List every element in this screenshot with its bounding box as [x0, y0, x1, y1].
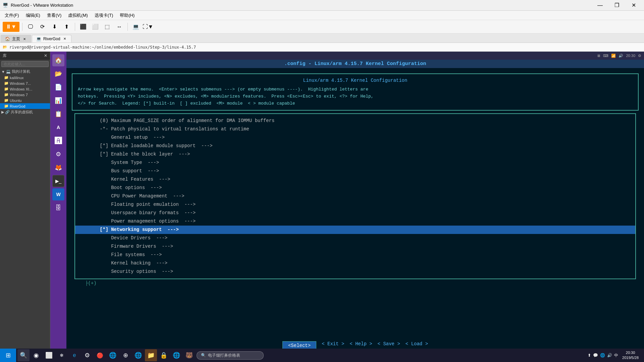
app-icon-firefox[interactable]: 🦊	[52, 162, 64, 174]
tab-home-close[interactable]: ✕	[22, 37, 27, 41]
app-icon-text[interactable]: A	[52, 121, 64, 133]
taskbar-search[interactable]: 🔍 电子烟打鼻价格表	[197, 351, 264, 360]
taskbar-icon-edge[interactable]: e	[68, 349, 80, 361]
toolbar-btn-2[interactable]: ⟳	[37, 22, 48, 32]
tab-rivergod-label: RiverGod	[43, 37, 60, 41]
tree-item-kaililinux[interactable]: 📁 kaililinux	[0, 75, 50, 80]
taskbar-icon-ie[interactable]: 🌐	[170, 349, 182, 361]
menu-item-18: Security options --->	[75, 267, 635, 276]
tree-label: Windows 7	[10, 93, 28, 97]
app-icon-calc[interactable]: 📊	[52, 95, 64, 107]
menu-help[interactable]: 帮助(H)	[116, 12, 138, 19]
tree-expand-icon: ▼	[1, 70, 5, 74]
tree-label: Windows 7...	[10, 81, 31, 85]
taskbar-icon-winamp[interactable]: ❄	[56, 349, 68, 361]
tree-item-shared[interactable]: ▶ 🔗 共享的虚拟机	[0, 109, 50, 115]
app-icon-doc[interactable]: 📄	[52, 81, 64, 93]
menu-file[interactable]: 文件(F)	[1, 12, 22, 19]
menu-item-15-firmware: Firmware Drivers --->	[75, 242, 635, 251]
app-icon-terminal[interactable]: ▶_	[52, 175, 64, 187]
tree-item-rivergod[interactable]: 📁 RiverGod	[0, 103, 50, 109]
menu-item-16: File systems --->	[75, 251, 635, 259]
taskbar-icon-lock[interactable]: 🔒	[158, 349, 170, 361]
toolbar-btn-10[interactable]: ⛶▼	[143, 22, 153, 32]
close-button[interactable]: ✕	[626, 0, 641, 11]
minimize-button[interactable]: —	[592, 0, 608, 11]
start-button[interactable]: ⊞	[0, 349, 16, 362]
vm-status-keyboard: ⌨	[603, 54, 608, 58]
toolbar-divider-3	[127, 23, 128, 31]
maximize-button[interactable]: ❐	[609, 0, 625, 11]
toolbar-btn-7[interactable]: ⬚	[102, 22, 113, 32]
toolbar-btn-4[interactable]: ⬆	[61, 22, 72, 32]
tab-rivergod-close[interactable]: ✕	[62, 37, 67, 41]
app-icon-amazon[interactable]: 🅰	[52, 135, 64, 147]
tree-folder-icon: 📁	[4, 87, 9, 91]
toolbar-btn-3[interactable]: ⬇	[49, 22, 60, 32]
menu-item-4: [*] Enable the block layer --->	[75, 150, 635, 159]
search-icon: 🔍	[201, 353, 206, 358]
menu-item-7: Kernel Features --->	[75, 175, 635, 184]
vm-area: 🖥 ⌨ 📶 🔊 20:30 ⚙ .config - Linux/arm 4.15…	[66, 52, 644, 354]
menu-tab[interactable]: 选项卡(T)	[91, 12, 117, 19]
taskbar: ⊞ 🔍 ◉ ⬜ ❄ e ⚙ 🔴 🌐 ⊕ 🌐 📁 🔒 🌐 🐻 🔍 电子烟打鼻价格表…	[0, 349, 644, 362]
tree-item-winxi[interactable]: 📁 Windows XI...	[0, 86, 50, 92]
tree-label: Windows XI...	[10, 87, 32, 91]
bottom-plus-indicator: ├(+)	[72, 279, 639, 287]
app-icon-present[interactable]: 📋	[52, 108, 64, 120]
tree-item-win7-2[interactable]: 📁 Windows 7	[0, 92, 50, 98]
app-icon: 🖥️	[3, 3, 8, 8]
menu-item-9: CPU Power Management --->	[75, 192, 635, 200]
sidebar-search-input[interactable]	[1, 61, 49, 67]
address-path: rivergod@rivergod-virtual-machine:~/onli…	[9, 45, 196, 50]
tree-item-ubuntu[interactable]: 📁 Ubuntu	[0, 98, 50, 103]
notify-msg: 💬	[593, 353, 598, 358]
app-icon-settings[interactable]: ⚙	[52, 148, 64, 160]
toolbar-divider-2	[75, 23, 75, 31]
menu-item-13-networking[interactable]: [*] Networking support --->	[75, 226, 635, 234]
menu-item-1: -*- Patch physical to virtual translatio…	[75, 125, 635, 133]
terminal-header-box: Linux/arm 4.15.7 Kernel Configuration Ar…	[72, 73, 639, 111]
tabs-row: 🏠 主页 ✕ 💻 RiverGod ✕	[0, 34, 644, 43]
notify-vol: 🔊	[607, 353, 612, 358]
toolbar-btn-1[interactable]: 🖵	[25, 22, 36, 32]
taskbar-icon-plus[interactable]: ⊕	[119, 349, 131, 361]
terminal-body: Linux/arm 4.15.7 Kernel Configuration Ar…	[66, 68, 644, 337]
taskbar-icon-red[interactable]: 🔴	[94, 349, 106, 361]
toolbar-btn-6[interactable]: ⬜	[90, 22, 101, 32]
taskbar-icon-browser[interactable]: 🌐	[107, 349, 119, 361]
taskbar-icon-bear[interactable]: 🐻	[183, 349, 195, 361]
sidebar-close-icon[interactable]: ✕	[44, 53, 47, 58]
taskbar-icon-files[interactable]: 📁	[145, 349, 157, 361]
notification-area: ⬆ 💬 🌐 🔊 中	[588, 353, 618, 358]
app-icon-folder[interactable]: 📂	[52, 68, 64, 80]
pause-button[interactable]: ⏸▼	[3, 22, 19, 32]
tab-rivergod[interactable]: 💻 RiverGod ✕	[32, 35, 71, 43]
menu-edit[interactable]: 编辑(E)	[22, 12, 44, 19]
tree-item-mycomputer[interactable]: ▼ 💻 我的计算机	[0, 68, 50, 75]
menu-item-12: Power management options --->	[75, 217, 635, 226]
taskbar-icon-search[interactable]: 🔍	[17, 349, 30, 361]
menu-vm[interactable]: 虚拟机(M)	[65, 12, 91, 19]
terminal[interactable]: .config - Linux/arm 4.15.7 Kernel Config…	[66, 60, 644, 354]
tree-item-win7-1[interactable]: 📁 Windows 7...	[0, 80, 50, 86]
menu-item-3: [*] Enable loadable module support --->	[75, 142, 635, 150]
menu-view[interactable]: 查看(V)	[44, 12, 65, 19]
toolbar-btn-8[interactable]: ↔	[114, 22, 125, 32]
app-icon-db[interactable]: 🗄	[52, 202, 64, 214]
app-sidebar: 🏠 📂 📄 📊 📋 A 🅰 ⚙ 🦊 ▶_ W 🗄	[50, 52, 66, 354]
taskbar-icon-chrome[interactable]: 🌐	[132, 349, 144, 361]
app-icon-home[interactable]: 🏠	[52, 54, 64, 66]
taskbar-icon-cortana[interactable]: ◉	[30, 349, 42, 361]
vm-status-settings[interactable]: ⚙	[638, 54, 641, 58]
app-icon-word[interactable]: W	[52, 188, 64, 200]
toolbar-btn-9[interactable]: 💻	[130, 22, 141, 32]
taskbar-icon-taskview[interactable]: ⬜	[43, 349, 55, 361]
tree-label: 我的计算机	[12, 69, 30, 74]
tab-home[interactable]: 🏠 主页 ✕	[1, 35, 31, 43]
taskbar-icon-settings[interactable]: ⚙	[81, 349, 93, 361]
menu-item-11: Userspace binary formats --->	[75, 209, 635, 217]
tab-home-label: 主页	[12, 36, 20, 42]
toolbar-btn-5[interactable]: ⬛	[78, 22, 89, 32]
toolbar: ⏸▼ 🖵 ⟳ ⬇ ⬆ ⬛ ⬜ ⬚ ↔ 💻 ⛶▼	[0, 20, 644, 34]
